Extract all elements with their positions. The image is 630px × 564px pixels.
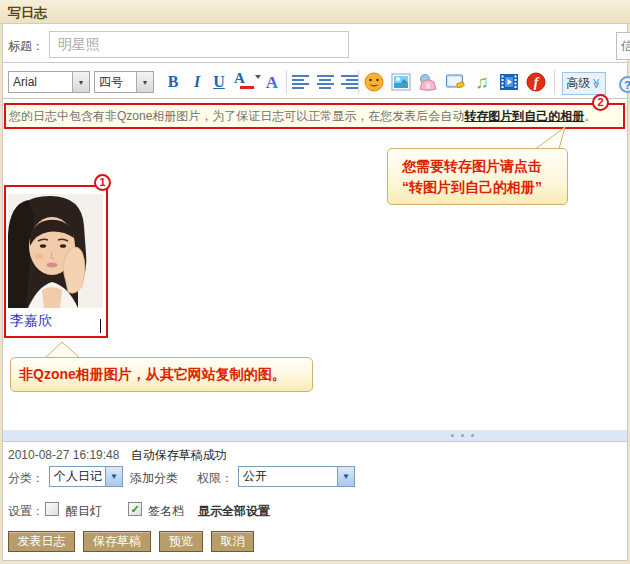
page-header [0, 0, 630, 24]
chevron-down-icon[interactable]: ▼ [105, 467, 122, 486]
signature-option-label: 签名档 [148, 503, 184, 520]
show-all-settings-link[interactable]: 显示全部设置 [198, 503, 270, 520]
magic-pic-button[interactable] [418, 72, 438, 92]
font-color-button[interactable]: A [234, 71, 260, 93]
autosave-timestamp: 2010-08-27 16:19:48 [8, 448, 119, 462]
page-title: 写日志 [8, 4, 47, 22]
chevron-down-icon [255, 75, 261, 79]
insert-music-button[interactable]: ♫ [472, 72, 492, 92]
annotated-image-frame: 李嘉欣 [4, 185, 108, 338]
align-right-icon[interactable] [340, 71, 358, 93]
category-value: 个人日记 [50, 468, 105, 485]
publish-button[interactable]: 发表日志 [8, 531, 75, 552]
editor-resize-handle[interactable] [3, 430, 627, 441]
emoticon-button[interactable] [364, 72, 384, 92]
insert-image-button[interactable] [391, 72, 411, 92]
svg-text:A: A [266, 73, 279, 92]
portrait-photo[interactable] [8, 194, 103, 308]
advanced-label: 高级 [566, 75, 590, 92]
highlight-option-label: 醒目灯 [66, 503, 102, 520]
doodle-icon [445, 72, 465, 92]
advanced-button[interactable]: 高级 ≫ [562, 72, 606, 95]
permission-value: 公开 [239, 468, 337, 485]
title-label: 标题： [8, 38, 44, 55]
save-draft-button[interactable]: 保存草稿 [83, 531, 151, 552]
music-note-icon: ♫ [475, 72, 489, 92]
notice-suffix: 。 [584, 109, 596, 123]
image-caption-link[interactable]: 李嘉欣 [10, 312, 52, 330]
art-text-button[interactable]: A [262, 71, 282, 93]
align-center-icon[interactable] [316, 71, 334, 93]
insert-video-button[interactable] [499, 72, 519, 92]
callout-image-note: 非Qzone相册图片，从其它网站复制的图。 [10, 357, 313, 392]
drag-dot [461, 434, 464, 437]
signature-checkbox[interactable]: ✓ [128, 502, 142, 516]
font-size-value: 四号 [95, 74, 136, 91]
font-size-select[interactable]: 四号 ▼ [94, 71, 154, 93]
toolbar-divider [554, 70, 555, 94]
title-input[interactable]: 明星照 [49, 31, 349, 58]
category-select[interactable]: 个人日记 ▼ [49, 466, 123, 487]
notice-text: 您的日志中包含有非Qzone相册图片，为了保证日志可以正常显示，在您发表后会自动 [9, 109, 464, 123]
art-text-icon: A [262, 71, 282, 93]
transfer-images-link[interactable]: 转存图片到自己的相册 [464, 109, 584, 123]
chevron-down-icon[interactable]: ▼ [136, 72, 153, 92]
category-label: 分类： [8, 470, 44, 487]
doodle-button[interactable] [445, 72, 465, 92]
video-icon [499, 72, 519, 92]
chevron-down-icon[interactable]: ▼ [72, 72, 89, 92]
settings-label: 设置： [8, 503, 44, 520]
help-icon[interactable]: ? [619, 76, 630, 93]
highlight-checkbox[interactable] [45, 502, 59, 516]
stationery-button[interactable]: 信 [616, 32, 630, 60]
toolbar-divider [286, 70, 287, 94]
chevron-down-icon[interactable]: ▼ [337, 467, 354, 486]
annotation-badge-1: 1 [94, 174, 111, 191]
align-left-icon[interactable] [292, 71, 310, 93]
text-cursor [100, 319, 101, 333]
callout-transfer-hint: 您需要转存图片请点击 “转图片到自己的相册” [387, 148, 568, 205]
smiley-icon [364, 72, 384, 92]
image-icon [391, 72, 411, 92]
permission-label: 权限： [197, 470, 233, 487]
preview-button[interactable]: 预览 [159, 531, 203, 552]
annotation-badge-2: 2 [592, 94, 609, 111]
toolbar-divider [358, 70, 359, 94]
font-family-select[interactable]: Arial ▼ [8, 71, 90, 93]
bold-button[interactable]: B [162, 71, 184, 93]
chevron-double-down-icon: ≫ [591, 78, 602, 88]
callout-line: “转图片到自己的相册” [402, 177, 567, 198]
italic-button[interactable]: I [186, 71, 208, 93]
add-category-link[interactable]: 添加分类 [130, 470, 178, 487]
callout-line: 您需要转存图片请点击 [402, 156, 567, 177]
permission-select[interactable]: 公开 ▼ [238, 466, 355, 487]
insert-flash-button[interactable]: f [526, 72, 546, 92]
drag-dot [451, 434, 454, 437]
autosave-status: 2010-08-27 16:19:48 自动保存草稿成功 [8, 447, 227, 464]
flash-icon: f [526, 72, 546, 92]
autosave-message: 自动保存草稿成功 [131, 448, 227, 462]
magic-pic-icon [418, 72, 438, 92]
font-color-swatch [240, 86, 254, 89]
font-family-value: Arial [9, 75, 72, 89]
underline-button[interactable]: U [208, 71, 230, 93]
cancel-button[interactable]: 取消 [211, 531, 254, 552]
drag-dot [471, 434, 474, 437]
